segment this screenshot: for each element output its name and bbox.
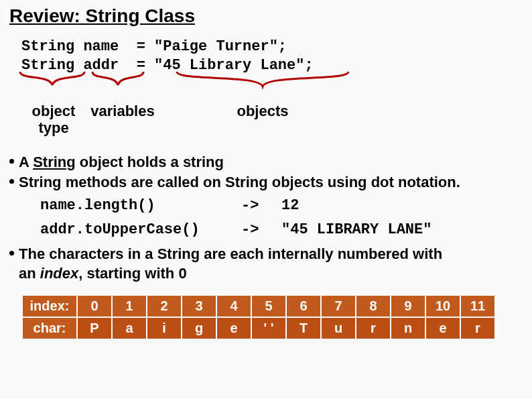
row-label-char: char: <box>22 317 77 339</box>
bullet-list: A String object holds a string String me… <box>9 152 523 284</box>
example-1: name.length() -> 12 <box>40 196 523 216</box>
bullet-3-post: , starting with 0 <box>78 265 186 282</box>
example-1-call: name.length() <box>40 196 241 216</box>
cell: 11 <box>460 295 495 317</box>
cell: 5 <box>251 295 286 317</box>
label-object-type: object type <box>20 103 87 137</box>
page-title: Review: String Class <box>9 5 523 27</box>
bullet-3-line1: The characters in a String are each inte… <box>19 245 442 262</box>
table-row: char: P a i g e ' ' T u r n e r <box>22 317 495 339</box>
index-char-table: index: 0 1 2 3 4 5 6 7 8 9 10 11 char: P… <box>21 294 496 340</box>
label-variables: variables <box>86 103 159 119</box>
cell: u <box>321 317 356 339</box>
example-2: addr.toUpperCase() -> "45 LIBRARY LANE" <box>40 220 523 240</box>
cell: i <box>147 317 182 339</box>
cell: 6 <box>286 295 321 317</box>
cell: 0 <box>77 295 112 317</box>
arrow-icon: -> <box>241 220 281 240</box>
brace-object-type <box>19 70 86 95</box>
example-2-call: addr.toUpperCase() <box>40 220 241 240</box>
cell: 8 <box>356 295 391 317</box>
bullet-2-text: String methods are called on String obje… <box>19 174 460 190</box>
cell: 2 <box>147 295 182 317</box>
bullet-1-string: String <box>33 154 76 170</box>
bullet-1-pre: A <box>19 154 33 170</box>
example-1-result: 12 <box>281 196 299 216</box>
cell: 10 <box>425 295 460 317</box>
bullet-3-pre: an <box>19 265 40 282</box>
cell: 7 <box>321 295 356 317</box>
code-declarations: String name = "Paige Turner"; String add… <box>21 38 523 74</box>
cell: P <box>77 317 112 339</box>
cell: a <box>112 317 147 339</box>
code-line-1: String name = "Paige Turner"; <box>21 38 287 55</box>
bullet-3: The characters in a String are each inte… <box>9 244 523 264</box>
label-objects: objects <box>216 103 310 119</box>
cell: r <box>356 317 391 339</box>
row-label-index: index: <box>22 295 77 317</box>
cell: 1 <box>112 295 147 317</box>
cell: 9 <box>391 295 425 317</box>
arrow-icon: -> <box>241 196 281 216</box>
cell: e <box>425 317 460 339</box>
cell: e <box>216 317 251 339</box>
brace-labels: object type variables objects <box>21 103 523 143</box>
table-row: index: 0 1 2 3 4 5 6 7 8 9 10 11 <box>22 295 495 317</box>
brace-row <box>21 74 523 101</box>
cell: ' ' <box>251 317 286 339</box>
bullet-dot-icon <box>9 251 14 255</box>
example-2-result: "45 LIBRARY LANE" <box>281 220 431 240</box>
brace-variables <box>91 70 145 95</box>
cell: T <box>286 317 321 339</box>
cell: r <box>460 317 495 339</box>
bullet-2: String methods are called on String obje… <box>9 172 523 192</box>
cell: 4 <box>216 295 251 317</box>
brace-objects <box>176 70 350 95</box>
bullet-3-cont: an index, starting with 0 <box>9 264 523 284</box>
bullet-1-post: object holds a string <box>76 154 224 170</box>
bullet-dot-icon <box>9 159 14 164</box>
cell: 3 <box>182 295 216 317</box>
bullet-3-index-word: index <box>40 265 78 282</box>
bullet-dot-icon <box>9 179 14 184</box>
cell: n <box>391 317 425 339</box>
cell: g <box>182 317 216 339</box>
bullet-1: A String object holds a string <box>9 152 523 172</box>
